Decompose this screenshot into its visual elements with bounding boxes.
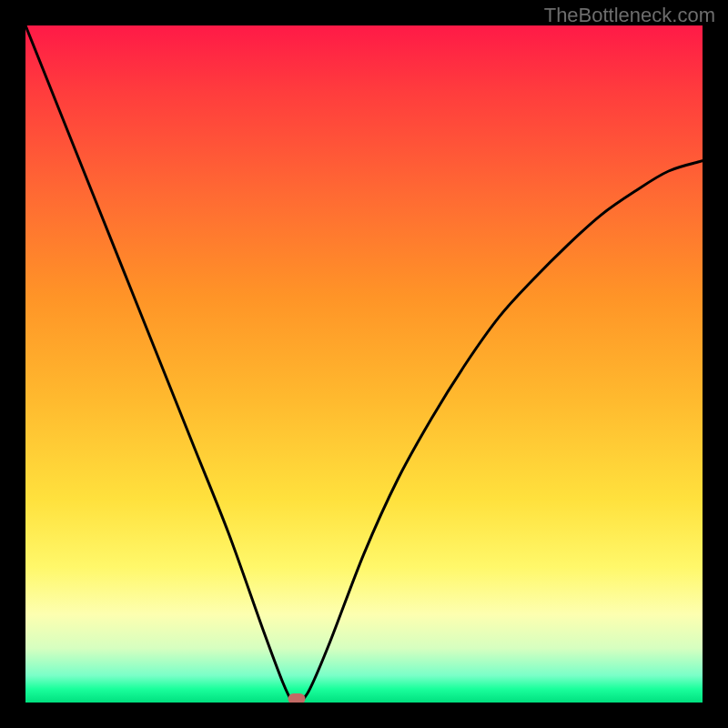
chart-frame: TheBottleneck.com [0, 0, 728, 728]
bottleneck-curve [25, 25, 703, 703]
plot-area [25, 25, 703, 703]
optimal-point-marker [288, 693, 305, 703]
watermark-text: TheBottleneck.com [544, 4, 715, 27]
